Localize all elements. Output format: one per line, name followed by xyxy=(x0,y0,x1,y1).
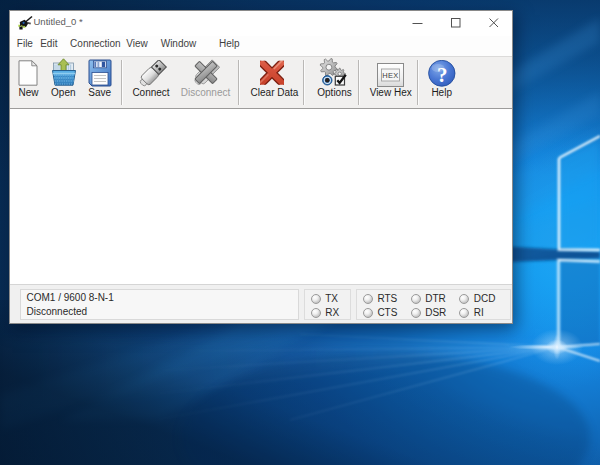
svg-text:?: ? xyxy=(437,63,448,87)
svg-text:HEX: HEX xyxy=(382,71,398,80)
